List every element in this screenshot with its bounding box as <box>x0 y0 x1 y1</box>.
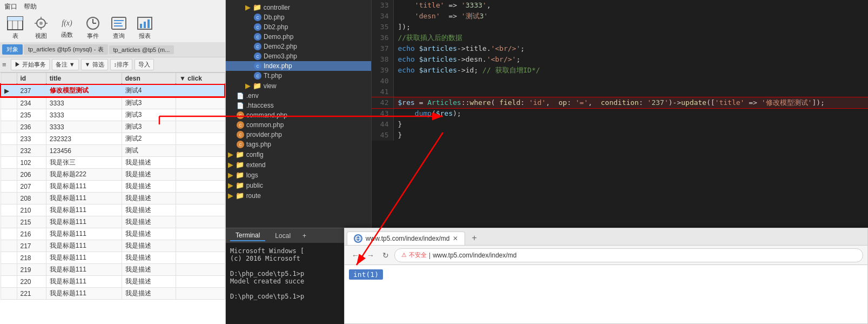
sort-button[interactable]: ↕排序 <box>110 59 133 70</box>
row-marker <box>1 133 17 145</box>
col-id-header[interactable]: id <box>17 73 46 85</box>
tree-item-Index-php[interactable]: CIndex.php <box>226 61 371 71</box>
data-table: id title desn ▼ click ▶237修改模型测试测试423433… <box>0 72 225 324</box>
tree-item-logs[interactable]: ▶ 📁logs <box>226 170 371 180</box>
tree-item-Tt-php[interactable]: CTt.php <box>226 71 371 81</box>
tree-item--env[interactable]: 📄.env <box>226 91 371 101</box>
tab-table1[interactable]: tp_articles @tp5 (mysql) - 表 <box>24 44 108 55</box>
menu-window[interactable]: 窗口 <box>4 2 17 11</box>
forward-button[interactable]: → <box>364 249 377 262</box>
report-button[interactable]: 报表 <box>134 16 156 40</box>
tab-table2[interactable]: tp_articles @tp5 (m... <box>109 45 174 54</box>
second-toolbar: ≡ ▶ 开始事务 备注 ▼ ▼ 筛选 ↕排序 导入 <box>0 57 225 72</box>
tree-item-Db-php[interactable]: CDb.php <box>226 12 371 22</box>
cell-title: 我是张三 <box>46 157 122 169</box>
menu-help[interactable]: 帮助 <box>24 2 37 11</box>
col-desn-header[interactable]: desn <box>122 73 176 85</box>
tab-objects[interactable]: 对象 <box>2 44 23 55</box>
tree-item-view[interactable]: ▶ 📁view <box>226 81 371 91</box>
line-number: 44 <box>372 119 393 130</box>
cell-click <box>176 84 225 97</box>
line-number: 41 <box>372 87 393 97</box>
table-row[interactable]: 2343333测试3 <box>1 97 225 109</box>
table-row[interactable]: ▶237修改模型测试测试4 <box>1 84 225 97</box>
tree-item-provider-php[interactable]: Cprovider.php <box>226 130 371 140</box>
cell-desn: 我是描述 <box>122 204 176 216</box>
tree-item-Demo3-php[interactable]: CDemo3.php <box>226 51 371 61</box>
tree-item-controller[interactable]: ▶ 📁controller <box>226 2 371 12</box>
tree-item-Demo-php[interactable]: CDemo.php <box>226 32 371 42</box>
table-row[interactable]: 221我是标题111我是描述 <box>1 288 225 300</box>
table-row[interactable]: 206我是标题222我是描述 <box>1 169 225 181</box>
cell-desn: 我是描述 <box>122 240 176 252</box>
terminal-tab[interactable]: Terminal <box>230 230 265 241</box>
view-label: 视图 <box>35 32 47 40</box>
note-button[interactable]: 备注 ▼ <box>52 59 79 70</box>
table-row[interactable]: 220我是标题111我是描述 <box>1 276 225 288</box>
cell-desn: 测试2 <box>122 133 176 145</box>
col-click-header[interactable]: ▼ click <box>176 73 225 85</box>
security-icon: ⚠ <box>401 252 407 259</box>
table-row[interactable]: 2353333测试3 <box>1 109 225 121</box>
function-button[interactable]: f(x) 函数 <box>56 17 78 39</box>
line-content: ]); <box>393 22 868 32</box>
col-title-header[interactable]: title <box>46 73 122 85</box>
file-name-text: command.php <box>246 111 287 119</box>
table-row[interactable]: 208我是标题111我是描述 <box>1 193 225 204</box>
table-row[interactable]: 216我是标题111我是描述 <box>1 228 225 240</box>
table-row[interactable]: 233232323测试2 <box>1 133 225 145</box>
tree-item-Db2-php[interactable]: CDb2.php <box>226 22 371 32</box>
view-button[interactable]: 视图 <box>30 16 52 40</box>
new-tab-button[interactable]: + <box>467 231 481 245</box>
cell-id: 206 <box>17 169 46 181</box>
tree-item-extend[interactable]: ▶ 📁extend <box>226 160 371 170</box>
back-button[interactable]: ← <box>349 249 362 262</box>
report-label: 报表 <box>139 32 151 40</box>
add-terminal-button[interactable]: + <box>302 232 306 240</box>
table-row[interactable]: 217我是标题111我是描述 <box>1 240 225 252</box>
line-number: 45 <box>372 130 393 141</box>
file-name-text: route <box>246 192 261 200</box>
cell-click <box>176 121 225 133</box>
row-marker <box>1 288 17 300</box>
start-transaction-button[interactable]: ▶ 开始事务 <box>11 59 50 70</box>
tree-item-route[interactable]: ▶ 📁route <box>226 190 371 201</box>
result-value: int(1) <box>349 269 383 280</box>
table-button[interactable]: 表 <box>4 16 26 40</box>
table-row[interactable]: 219我是标题111我是描述 <box>1 264 225 276</box>
file-name-text: .htaccess <box>246 102 274 109</box>
tree-item--htaccess[interactable]: 📄.htaccess <box>226 101 371 110</box>
browser-tab-active[interactable]: www.tp5.com/index/index/md ✕ <box>347 232 465 245</box>
import-button[interactable]: 导入 <box>134 59 154 70</box>
tree-item-tags-php[interactable]: Ctags.php <box>226 140 371 149</box>
table-row[interactable]: 210我是标题111我是描述 <box>1 204 225 216</box>
php-file-icon: C <box>254 72 261 80</box>
filter-button[interactable]: ▼ 筛选 <box>81 59 108 70</box>
folder-icon: ▶ 📁 <box>228 161 244 169</box>
event-button[interactable]: 事件 <box>82 16 104 40</box>
local-tab[interactable]: Local <box>270 231 296 241</box>
line-content: $res = Articles::where( field: 'id', op:… <box>393 97 868 108</box>
table-row[interactable]: 218我是标题111我是描述 <box>1 252 225 264</box>
code-line: 37echo $articles->title.'<br/>'; <box>372 43 868 54</box>
query-button[interactable]: 查询 <box>108 16 130 40</box>
tree-item-config[interactable]: ▶ 📁config <box>226 149 371 160</box>
address-bar[interactable]: ⚠ 不安全 | www.tp5.com/index/index/md <box>394 248 863 262</box>
table-row[interactable]: 215我是标题111我是描述 <box>1 216 225 228</box>
tree-item-common-php[interactable]: Ccommon.php <box>226 120 371 130</box>
table-row[interactable]: 232123456测试 <box>1 145 225 157</box>
table-row[interactable]: 2363333测试3 <box>1 121 225 133</box>
folder-icon: ▶ 📁 <box>228 171 244 179</box>
close-tab-icon[interactable]: ✕ <box>453 235 458 242</box>
tree-item-Demo2-php[interactable]: CDemo2.php <box>226 42 371 51</box>
row-marker <box>1 276 17 288</box>
refresh-button[interactable]: ↻ <box>379 249 392 262</box>
table-row[interactable]: 207我是标题111我是描述 <box>1 181 225 193</box>
cell-desn: 我是描述 <box>122 228 176 240</box>
row-marker <box>1 157 17 169</box>
report-icon <box>136 16 153 31</box>
table-row[interactable]: 102我是张三我是描述 <box>1 157 225 169</box>
line-content: 'title' => '3333', <box>393 0 868 11</box>
tree-item-public[interactable]: ▶ 📁public <box>226 180 371 190</box>
tree-item-command-php[interactable]: Ccommand.php <box>226 110 371 120</box>
